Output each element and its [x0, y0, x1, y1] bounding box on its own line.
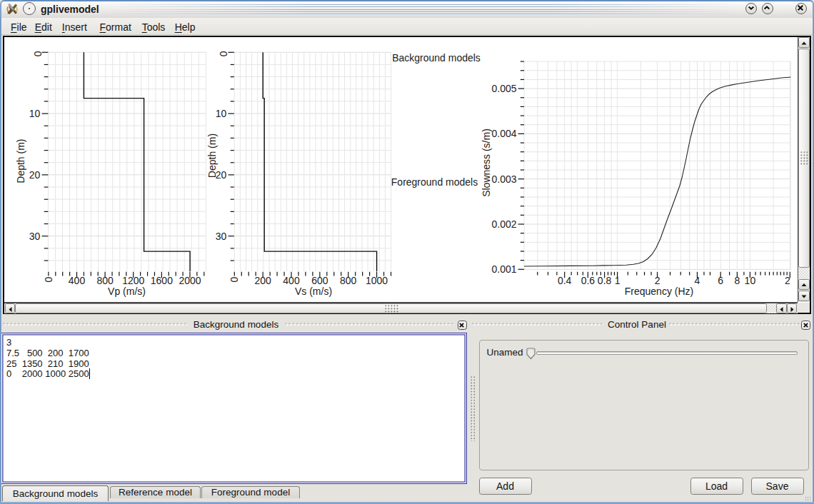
svg-text:Slowness (s/m): Slowness (s/m) [481, 128, 492, 197]
svg-text:10: 10 [216, 108, 227, 119]
svg-text:8: 8 [734, 275, 740, 286]
svg-text:0: 0 [228, 277, 240, 283]
svg-text:400: 400 [283, 275, 300, 286]
svg-text:800: 800 [96, 275, 114, 286]
svg-text:1200: 1200 [122, 275, 144, 286]
svg-text:600: 600 [311, 275, 328, 286]
svg-text:0: 0 [218, 51, 230, 56]
svg-text:0.001: 0.001 [491, 263, 516, 275]
svg-text:0.6: 0.6 [581, 275, 596, 286]
svg-text:800: 800 [340, 275, 357, 286]
svg-text:10: 10 [745, 275, 756, 286]
svg-text:4: 4 [695, 275, 700, 286]
svg-text:2: 2 [785, 275, 790, 286]
svg-text:2000: 2000 [179, 275, 201, 286]
svg-text:200: 200 [254, 275, 271, 286]
svg-text:10: 10 [29, 108, 41, 119]
svg-text:Foreground models: Foreground models [391, 176, 478, 188]
svg-text:Depth (m): Depth (m) [206, 133, 218, 178]
svg-text:Vs (m/s): Vs (m/s) [295, 286, 332, 297]
svg-text:Vp (m/s): Vp (m/s) [108, 286, 146, 297]
svg-text:0.8: 0.8 [598, 275, 612, 286]
svg-text:Background models: Background models [392, 52, 481, 64]
svg-text:0: 0 [32, 51, 44, 56]
svg-text:30: 30 [216, 231, 227, 242]
svg-text:30: 30 [29, 231, 41, 242]
svg-text:0.002: 0.002 [491, 218, 516, 230]
svg-text:0.004: 0.004 [491, 128, 516, 139]
svg-text:Depth (m): Depth (m) [15, 138, 26, 183]
svg-text:0.003: 0.003 [491, 173, 516, 185]
svg-text:Frequency (Hz): Frequency (Hz) [625, 286, 693, 297]
svg-text:2: 2 [655, 275, 660, 286]
svg-text:20: 20 [29, 169, 41, 181]
svg-text:1000: 1000 [366, 275, 388, 286]
svg-text:6: 6 [718, 275, 723, 286]
svg-text:0.005: 0.005 [491, 83, 516, 94]
svg-text:0: 0 [43, 277, 54, 283]
svg-text:0.4: 0.4 [558, 275, 572, 286]
svg-text:1600: 1600 [151, 275, 173, 286]
svg-text:400: 400 [69, 275, 86, 286]
svg-text:1: 1 [615, 275, 620, 286]
